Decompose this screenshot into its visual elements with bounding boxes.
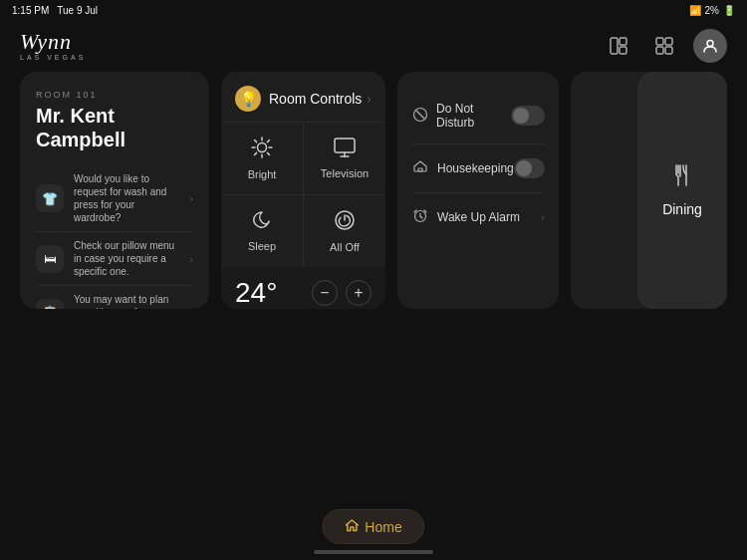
television-label: Television — [321, 167, 369, 179]
home-button[interactable]: Home — [322, 509, 424, 544]
svg-rect-3 — [656, 38, 663, 45]
do-not-disturb-row[interactable]: Do Not Disturb — [411, 88, 545, 144]
suggestion-text-1: Would you like to request for wash and p… — [74, 172, 179, 224]
suggestion-item-2[interactable]: 🛏 Check our pillow menu in case you requ… — [36, 232, 193, 286]
status-time-area: 1:15 PM Tue 9 Jul — [12, 5, 98, 16]
bright-icon — [251, 137, 273, 163]
status-date: Tue 9 Jul — [57, 5, 98, 16]
housekeeping-row[interactable]: Housekeeping — [411, 144, 545, 193]
svg-line-15 — [267, 140, 269, 142]
dnd-icon — [411, 107, 428, 126]
temp-plus-button[interactable]: + — [346, 280, 372, 306]
svg-rect-17 — [335, 139, 355, 152]
temp-controls: − + — [312, 280, 372, 306]
alarm-left: Wake Up Alarm — [411, 207, 520, 226]
housekeeping-icon — [411, 159, 429, 178]
svg-point-7 — [707, 41, 713, 47]
profile-button[interactable] — [693, 29, 727, 63]
status-icons: 📶 2% 🔋 — [689, 5, 735, 16]
all-off-icon — [334, 209, 356, 236]
home-indicator — [314, 550, 433, 554]
svg-point-8 — [258, 143, 267, 152]
layout-toggle-2[interactable] — [647, 29, 681, 63]
settings-card: Do Not Disturb Housekeeping — [397, 72, 559, 309]
svg-line-22 — [416, 111, 424, 119]
dining-icon — [670, 163, 694, 193]
svg-rect-5 — [656, 47, 663, 54]
layout-toggle-1[interactable] — [602, 29, 635, 63]
housekeeping-toggle[interactable] — [514, 158, 545, 178]
bright-button[interactable]: Bright — [221, 123, 303, 194]
nav-icons — [602, 29, 727, 63]
wake-up-alarm-row[interactable]: Wake Up Alarm › — [411, 193, 545, 240]
room-controls-title: Room Controls — [269, 91, 362, 107]
alarm-label: Wake Up Alarm — [437, 210, 520, 224]
svg-rect-2 — [620, 47, 626, 54]
dnd-left: Do Not Disturb — [411, 102, 511, 130]
controls-grid: Bright Television Slee — [221, 123, 385, 267]
svg-rect-0 — [611, 38, 618, 54]
home-button-wrap: Home — [322, 509, 424, 544]
logo-script: Wynn — [20, 31, 72, 53]
bright-label: Bright — [248, 168, 277, 180]
suggestion-text-2: Check our pillow menu in case you requir… — [74, 239, 179, 278]
suggestion-text-3: You may want to plan your itinerary for … — [74, 293, 179, 309]
television-icon — [334, 138, 356, 162]
suggestion-chevron-1: › — [189, 192, 193, 204]
suggestion-item-3[interactable]: 📋 You may want to plan your itinerary fo… — [36, 286, 193, 309]
guest-card: ROOM 101 Mr. Kent Campbell 👕 Would you l… — [20, 72, 209, 309]
temp-minus-button[interactable]: − — [312, 280, 338, 306]
svg-rect-1 — [620, 38, 626, 45]
svg-rect-4 — [665, 38, 672, 45]
suggestion-item-1[interactable]: 👕 Would you like to request for wash and… — [36, 165, 193, 232]
svg-line-13 — [255, 140, 257, 142]
sleep-button[interactable]: Sleep — [221, 195, 303, 267]
battery-icon: 🔋 — [723, 5, 735, 16]
logo-sub: LAS VEGAS — [20, 54, 86, 61]
svg-line-26 — [420, 216, 422, 218]
television-button[interactable]: Television — [304, 123, 385, 194]
svg-line-16 — [255, 152, 257, 154]
svg-rect-23 — [418, 168, 422, 171]
dnd-toggle[interactable] — [511, 106, 545, 126]
sleep-label: Sleep — [248, 240, 276, 252]
dnd-label: Do Not Disturb — [436, 102, 511, 130]
alarm-chevron: › — [541, 211, 545, 223]
housekeeping-label: Housekeeping — [437, 161, 514, 175]
temperature-value: 24° — [235, 277, 277, 309]
alarm-icon — [411, 207, 429, 226]
room-controls-header[interactable]: 💡 Room Controls › — [221, 72, 385, 123]
room-controls-chevron: › — [367, 91, 372, 107]
temperature-row: 24° − + — [221, 267, 385, 309]
home-icon — [345, 518, 359, 535]
housekeeping-left: Housekeeping — [411, 159, 514, 178]
status-bar: 1:15 PM Tue 9 Jul 📶 2% 🔋 — [0, 0, 747, 20]
svg-rect-6 — [665, 47, 672, 54]
dining-card[interactable]: Dining — [637, 72, 727, 309]
home-label: Home — [365, 519, 401, 535]
suggestion-icon-3: 📋 — [36, 299, 64, 310]
all-off-label: All Off — [330, 241, 360, 253]
guest-name: Mr. Kent Campbell — [36, 104, 193, 151]
status-time: 1:15 PM — [12, 5, 49, 16]
suggestion-chevron-2: › — [189, 253, 193, 265]
logo: Wynn LAS VEGAS — [20, 31, 86, 61]
top-nav: Wynn LAS VEGAS — [0, 20, 747, 72]
all-off-button[interactable]: All Off — [304, 195, 385, 267]
room-controls-title-row: 💡 Room Controls — [235, 86, 362, 112]
suggestion-chevron-3: › — [189, 307, 193, 310]
sleep-icon — [252, 210, 272, 235]
cards-area: ROOM 101 Mr. Kent Campbell 👕 Would you l… — [20, 72, 727, 500]
wifi-icon: 📶 — [689, 5, 701, 16]
room-controls-card: 💡 Room Controls › — [221, 72, 385, 309]
svg-line-14 — [267, 152, 269, 154]
signal-text: 2% — [705, 5, 719, 16]
room-label: ROOM 101 — [36, 90, 193, 100]
suggestion-icon-2: 🛏 — [36, 245, 64, 273]
suggestion-icon-1: 👕 — [36, 184, 64, 212]
dining-label: Dining — [662, 201, 702, 217]
bulb-icon: 💡 — [235, 86, 261, 112]
